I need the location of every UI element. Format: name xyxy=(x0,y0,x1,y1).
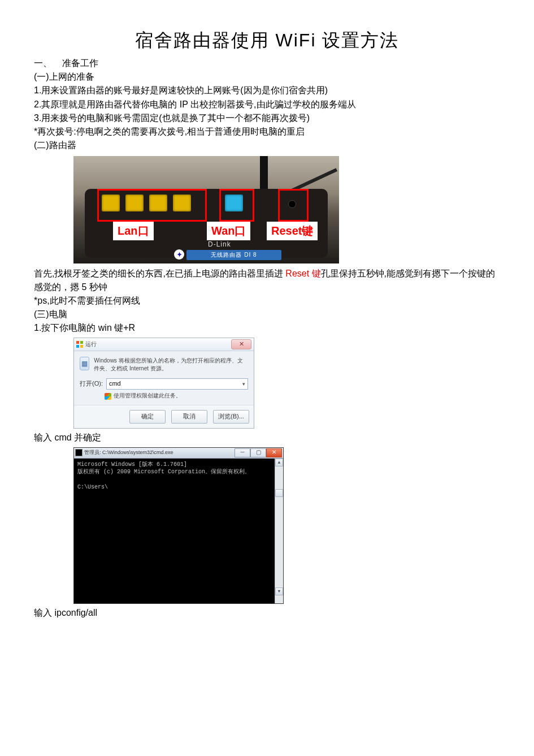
run-dialog-icon: ▦ xyxy=(80,357,89,370)
run-close-button[interactable]: ✕ xyxy=(231,339,251,349)
sub1-note: *再次拨号:停电啊之类的需要再次拨号,相当于普通使用时电脑的重启 xyxy=(34,125,500,138)
cmd-icon xyxy=(75,449,83,456)
wan-highlight xyxy=(219,189,254,222)
wan-label: Wan口 xyxy=(207,222,250,240)
cmd-line3: C:\Users\ xyxy=(77,484,108,490)
router-brand: D-Link xyxy=(208,240,231,249)
sub3-heading: (三)电脑 xyxy=(34,308,500,321)
sub2-desc-red: Reset 键 xyxy=(285,269,320,278)
page-title: 宿舍路由器使用 WiFi 设置方法 xyxy=(34,28,500,53)
run-browse-button[interactable]: 浏览(B)... xyxy=(213,410,249,424)
sub1-heading: (一)上网的准备 xyxy=(34,70,500,83)
sub1-item-1: 1.用来设置路由器的账号最好是网速较快的上网账号(因为是你们宿舍共用) xyxy=(34,84,500,97)
cmd-scrollbar[interactable]: ▲ ▼ xyxy=(275,459,283,603)
scroll-up-icon[interactable]: ▲ xyxy=(275,459,283,466)
lan-label: Lan口 xyxy=(113,222,154,240)
reset-label: Reset键 xyxy=(267,222,318,240)
run-cancel-button[interactable]: 取消 xyxy=(171,410,207,424)
run-dialog: 运行 ✕ ▦ Windows 将根据您所输入的名称，为您打开相应的程序、文件夹、… xyxy=(73,338,254,429)
sub2-heading: (二)路由器 xyxy=(34,139,500,152)
run-titlebar: 运行 ✕ xyxy=(74,338,254,351)
run-description: Windows 将根据您所输入的名称，为您打开相应的程序、文件夹、文档或 Int… xyxy=(94,357,248,373)
scroll-grip-icon[interactable] xyxy=(275,489,283,497)
cmd-line2: 版权所有 (c) 2009 Microsoft Corporation。保留所有… xyxy=(77,469,250,475)
section-1-heading: 一、 准备工作 xyxy=(34,57,500,70)
cmd-instruction: 输入 ipconfig/all xyxy=(34,606,500,619)
run-ok-button[interactable]: 确定 xyxy=(129,410,166,424)
windows-icon xyxy=(76,341,83,348)
router-photo: Lan口 Wan口 Reset键 D-Link ✦ 无线路由器 DI 8 xyxy=(73,156,339,263)
cmd-close-button[interactable]: ✕ xyxy=(266,448,282,457)
section-1-num: 一、 xyxy=(34,58,52,68)
run-open-label: 打开(O): xyxy=(80,379,103,388)
cmd-minimize-button[interactable]: ─ xyxy=(235,448,250,457)
sub2-ps: *ps,此时不需要插任何网线 xyxy=(34,294,500,307)
cmd-maximize-button[interactable]: ▢ xyxy=(250,448,266,457)
uac-shield-icon xyxy=(105,393,111,400)
router-logo-icon: ✦ xyxy=(174,249,184,260)
cmd-window: 管理员: C:\Windows\system32\cmd.exe ─ ▢ ✕ M… xyxy=(73,447,284,604)
scroll-down-icon[interactable]: ▼ xyxy=(275,587,283,595)
cmd-title-text: 管理员: C:\Windows\system32\cmd.exe xyxy=(84,449,173,456)
sub3-step1: 1.按下你电脑的 win 键+R xyxy=(34,321,500,334)
run-instruction: 输入 cmd 并确定 xyxy=(34,431,500,444)
run-open-value: cmd xyxy=(109,379,121,388)
cmd-titlebar: 管理员: C:\Windows\system32\cmd.exe ─ ▢ ✕ xyxy=(74,448,283,459)
sub1-item-2: 2.其原理就是用路由器代替你电脑的 IP 出校控制器拨号,由此骗过学校的服务端从 xyxy=(34,98,500,111)
sub2-desc: 首先,找根牙签之类的细长的东西,在已插上电源的路由器里插进 Reset 键孔里保… xyxy=(34,267,500,293)
cmd-body[interactable]: Microsoft Windows [版本 6.1.7601] 版权所有 (c)… xyxy=(74,459,283,603)
run-open-input[interactable]: cmd ▾ xyxy=(106,378,248,390)
router-model-strip: 无线路由器 DI 8 xyxy=(186,250,281,260)
section-1-label: 准备工作 xyxy=(62,58,98,68)
lan-highlight xyxy=(97,189,207,222)
cmd-line1: Microsoft Windows [版本 6.1.7601] xyxy=(77,461,187,468)
reset-highlight xyxy=(278,189,309,222)
sub2-desc-pre: 首先,找根牙签之类的细长的东西,在已插上电源的路由器里插进 xyxy=(34,269,285,278)
run-title-text: 运行 xyxy=(85,340,97,349)
run-shield-text: 使用管理权限创建此任务。 xyxy=(114,392,181,400)
sub1-item-3: 3.用来拨号的电脑和账号需固定(也就是换了其中一个都不能再次拨号) xyxy=(34,111,500,124)
run-dropdown-arrow-icon[interactable]: ▾ xyxy=(242,381,245,388)
